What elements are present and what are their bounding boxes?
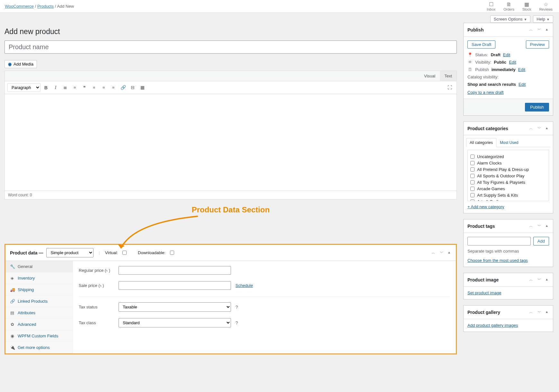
- panel-down-icon[interactable]: ﹀: [536, 276, 543, 283]
- orders-link[interactable]: 🗎Orders: [503, 2, 514, 11]
- italic-button[interactable]: I: [51, 84, 60, 92]
- product-gallery-title: Product gallery: [467, 310, 528, 315]
- edit-catalog-link[interactable]: Edit: [519, 82, 526, 87]
- breadcrumb-root[interactable]: WooCommerce: [5, 4, 34, 9]
- tab-wpfm[interactable]: ◉WPFM Custom Fields: [5, 330, 73, 342]
- tax-status-select[interactable]: Taxable: [119, 302, 231, 312]
- category-item[interactable]: All Sports & Outdoor Play: [470, 174, 546, 178]
- panel-toggle-icon[interactable]: ▴: [447, 249, 451, 256]
- screen-options-toggle[interactable]: Screen Options▼: [490, 15, 531, 23]
- tag-input[interactable]: [467, 237, 531, 245]
- panel-up-icon[interactable]: ︿: [528, 223, 534, 229]
- panel-up-icon[interactable]: ︿: [528, 125, 534, 132]
- schedule-link[interactable]: Schedule: [235, 283, 253, 288]
- tab-attributes[interactable]: ▤Attributes: [5, 307, 73, 319]
- paragraph-select[interactable]: Paragraph: [7, 83, 40, 92]
- set-product-image-link[interactable]: Set product image: [467, 290, 501, 295]
- category-checkbox[interactable]: [470, 161, 475, 165]
- panel-up-icon[interactable]: ︿: [430, 249, 437, 256]
- tab-shipping[interactable]: 🚚Shipping: [5, 284, 73, 296]
- bullet-list-button[interactable]: ≣: [61, 84, 69, 92]
- editor-textarea[interactable]: [5, 94, 457, 191]
- category-checkbox[interactable]: [470, 167, 475, 172]
- tab-most-used[interactable]: Most Used: [496, 138, 522, 147]
- align-center-button[interactable]: ≡: [100, 84, 108, 92]
- add-tag-button[interactable]: Add: [533, 237, 549, 245]
- category-item[interactable]: Uncategorized: [470, 154, 546, 159]
- reviews-link[interactable]: ☆Reviews: [539, 2, 553, 11]
- category-label: Arcade Games: [477, 186, 505, 191]
- readmore-button[interactable]: ⊟: [129, 84, 137, 92]
- panel-down-icon[interactable]: ﹀: [536, 125, 543, 132]
- publish-button[interactable]: Publish: [525, 103, 549, 111]
- tab-text[interactable]: Text: [440, 71, 457, 81]
- choose-tags-link[interactable]: Choose from the most used tags: [467, 258, 528, 263]
- product-type-select[interactable]: Simple product: [46, 248, 93, 257]
- tax-class-select[interactable]: Standard: [119, 318, 231, 327]
- align-left-button[interactable]: ≡: [90, 84, 98, 92]
- list-icon: ▤: [10, 310, 14, 315]
- product-title-input[interactable]: [4, 40, 457, 54]
- help-toggle[interactable]: Help▼: [533, 15, 553, 23]
- category-item[interactable]: All Pretend Play & Dress-up: [470, 167, 546, 172]
- category-list[interactable]: UncategorizedAlarm ClocksAll Pretend Pla…: [467, 150, 549, 201]
- inbox-link[interactable]: ☐Inbox: [487, 2, 495, 11]
- category-checkbox[interactable]: [470, 200, 475, 201]
- category-checkbox[interactable]: [470, 180, 475, 184]
- link-icon: 🔗: [10, 299, 14, 304]
- sale-price-input[interactable]: [119, 281, 231, 290]
- category-checkbox[interactable]: [470, 155, 475, 159]
- link-button[interactable]: 🔗: [119, 84, 127, 92]
- save-draft-button[interactable]: Save Draft: [467, 40, 495, 49]
- toolbar-toggle-button[interactable]: ▦: [138, 84, 146, 92]
- tab-all-categories[interactable]: All categories: [466, 138, 496, 147]
- category-item[interactable]: Arts & Crafts: [470, 199, 546, 201]
- category-checkbox[interactable]: [470, 174, 475, 178]
- quote-button[interactable]: ❝: [80, 84, 89, 92]
- panel-toggle-icon[interactable]: ▴: [545, 223, 549, 229]
- number-list-button[interactable]: ≡: [71, 84, 79, 92]
- panel-up-icon[interactable]: ︿: [528, 26, 534, 33]
- fullscreen-button[interactable]: ⛶: [446, 84, 454, 92]
- tab-more-options[interactable]: 🔌Get more options: [5, 342, 73, 353]
- preview-button[interactable]: Preview: [526, 40, 549, 49]
- help-icon[interactable]: ?: [235, 305, 238, 310]
- edit-status-link[interactable]: Edit: [503, 52, 510, 57]
- panel-down-icon[interactable]: ﹀: [536, 309, 543, 316]
- tab-visual[interactable]: Visual: [420, 71, 440, 81]
- panel-down-icon[interactable]: ﹀: [536, 26, 543, 33]
- breadcrumb-section[interactable]: Products: [37, 4, 54, 9]
- add-category-link[interactable]: + Add new category: [467, 204, 504, 209]
- tab-general[interactable]: 🔧General: [5, 261, 73, 272]
- panel-toggle-icon[interactable]: ▴: [545, 26, 549, 33]
- category-checkbox[interactable]: [470, 193, 475, 197]
- edit-visibility-link[interactable]: Edit: [509, 60, 516, 65]
- panel-up-icon[interactable]: ︿: [528, 276, 534, 283]
- orders-icon: 🗎: [506, 2, 511, 7]
- tags-metabox: Product tags ︿﹀▴ Add Separate tags with …: [463, 219, 553, 267]
- align-right-button[interactable]: ≡: [109, 84, 118, 92]
- help-icon[interactable]: ?: [235, 320, 238, 325]
- stock-link[interactable]: ▦Stock: [522, 2, 531, 11]
- category-item[interactable]: All Toy Figures & Playsets: [470, 180, 546, 185]
- tab-inventory[interactable]: ◈Inventory: [5, 272, 73, 284]
- panel-up-icon[interactable]: ︿: [528, 309, 534, 316]
- category-item[interactable]: Art Supply Sets & Kits: [470, 193, 546, 198]
- regular-price-input[interactable]: [119, 266, 231, 275]
- category-item[interactable]: Alarm Clocks: [470, 161, 546, 165]
- bold-button[interactable]: B: [42, 84, 50, 92]
- add-media-button[interactable]: ◉ Add Media: [4, 60, 37, 68]
- panel-toggle-icon[interactable]: ▴: [545, 125, 549, 132]
- tags-hint: Separate tags with commas: [467, 249, 549, 254]
- panel-toggle-icon[interactable]: ▴: [545, 309, 549, 316]
- category-item[interactable]: Arcade Games: [470, 186, 546, 191]
- copy-draft-link[interactable]: Copy to a new draft: [467, 90, 504, 95]
- panel-toggle-icon[interactable]: ▴: [545, 276, 549, 283]
- category-checkbox[interactable]: [470, 187, 475, 191]
- tab-linked-products[interactable]: 🔗Linked Products: [5, 296, 73, 307]
- add-gallery-link[interactable]: Add product gallery images: [467, 323, 518, 328]
- panel-down-icon[interactable]: ﹀: [536, 223, 543, 229]
- panel-down-icon[interactable]: ﹀: [439, 249, 445, 256]
- tab-advanced[interactable]: ✿Advanced: [5, 319, 73, 330]
- edit-schedule-link[interactable]: Edit: [518, 67, 525, 72]
